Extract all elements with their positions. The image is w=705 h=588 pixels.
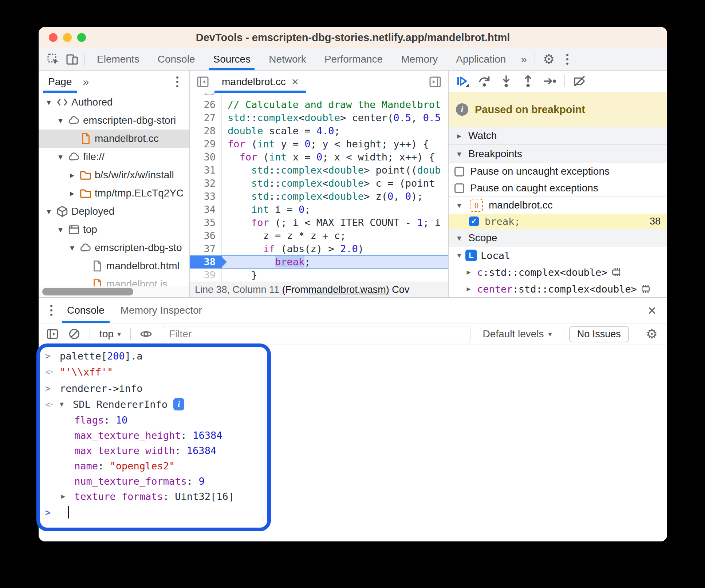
step-into-icon[interactable] [496,72,516,91]
line-number[interactable]: 38 [190,255,222,269]
line-number[interactable]: 27 [190,111,222,124]
chevron-down-icon[interactable]: ▾ [66,243,78,253]
memory-icon[interactable] [640,283,651,295]
step-over-icon[interactable] [474,72,495,91]
breakpoint-entry-row[interactable]: ✓ break; 38 [449,214,667,229]
code-line-32[interactable]: 32 std::complex<double> c = (point [190,177,448,190]
chevron-down-icon[interactable]: ▾ [60,400,73,409]
step-icon[interactable] [540,72,560,91]
line-number[interactable]: 29 [190,138,222,151]
section-scope[interactable]: ▾ Scope [449,229,667,247]
chevron-down-icon[interactable]: ▾ [55,116,66,126]
chevron-right-icon[interactable]: ▸ [463,284,474,294]
pause-caught-checkbox[interactable] [454,183,464,193]
line-number[interactable]: 34 [190,203,222,216]
line-number[interactable]: 35 [190,216,222,229]
code-line-30[interactable]: 30 for (int x = 0; x < width; x++) { [190,151,448,164]
code-line-33[interactable]: 33 std::complex<double> z(0, 0); [190,190,448,203]
tab-memory[interactable]: Memory [392,48,447,70]
main-menu-kebab-icon[interactable] [560,54,575,65]
no-issues-button[interactable]: No Issues [569,326,629,342]
clear-console-icon[interactable] [65,325,84,343]
close-drawer-icon[interactable]: × [642,303,662,318]
line-number[interactable]: 39 [190,269,222,282]
chevron-right-icon[interactable]: ▸ [61,492,74,501]
chevron-down-icon[interactable]: ▾ [43,98,55,107]
code-line-28[interactable]: 28double scale = 4.0; [190,124,448,138]
execution-context-select[interactable]: top ▾ [96,328,125,340]
console-filter-input[interactable] [163,326,470,342]
chevron-down-icon[interactable]: ▾ [55,225,66,235]
tree-item-emscripten-dbg-stori[interactable]: ▾emscripten-dbg-stori [39,111,189,130]
code-line-37[interactable]: 37 if (abs(z) > 2.0) [190,242,448,255]
close-window-button[interactable] [49,33,58,42]
chevron-right-icon[interactable]: ▸ [66,188,78,198]
code-line-26[interactable]: 26// Calculate and draw the Mandelbrot [190,98,448,111]
line-number[interactable]: 26 [190,98,222,111]
line-number[interactable]: 31 [190,164,222,177]
info-badge-icon[interactable]: i [173,398,184,410]
code-line-35[interactable]: 35 for (; i < MAX_ITER_COUNT - 1; i [190,216,448,229]
line-number[interactable]: 30 [190,151,222,164]
breakpoint-checkbox[interactable]: ✓ [469,216,479,226]
console-prompt-input[interactable]: > [39,504,667,520]
console-sidebar-icon[interactable] [43,325,62,343]
close-tab-icon[interactable]: × [292,75,299,88]
tab-sources[interactable]: Sources [204,48,260,70]
scope-local-row[interactable]: ▾ L Local [449,247,667,264]
scope-var-c[interactable]: ▸c: std::complex<double> [449,264,667,281]
line-number[interactable]: 37 [190,242,222,255]
code-line-29[interactable]: 29for (int y = 0; y < height; y++) { [190,138,448,151]
code-line-27[interactable]: 27std::complex<double> center(0.5, 0.5 [190,111,448,124]
tree-item-tmp-tmp.elctq2yc[interactable]: ▸tmp/tmp.ELcTq2YC [39,184,189,202]
tab-console[interactable]: Console [149,48,204,70]
tree-item-top[interactable]: ▾top [39,220,189,239]
tab-memory-inspector[interactable]: Memory Inspector [113,298,210,323]
breakpoint-file-row[interactable]: ▾ ⟨⟩ mandelbrot.cc [449,196,667,214]
device-toolbar-icon[interactable] [63,50,82,69]
editor-tab-mandelbrot-cc[interactable]: mandelbrot.cc × [214,71,306,93]
pause-uncaught-checkbox[interactable] [454,167,464,176]
tree-item-authored[interactable]: ▾Authored [39,93,189,111]
line-number[interactable]: 25 [190,93,222,98]
more-navigator-tabs-icon[interactable]: » [77,76,94,88]
chevron-right-icon[interactable]: ▸ [463,267,474,277]
tab-console[interactable]: Console [59,298,113,323]
chevron-right-icon[interactable]: ▸ [66,170,78,180]
step-out-icon[interactable] [518,72,538,91]
drawer-kebab-icon[interactable] [44,305,59,316]
chevron-down-icon[interactable]: ▾ [43,207,55,216]
tree-item-file-[interactable]: ▾file:// [39,148,189,166]
log-levels-select[interactable]: Default levels ▾ [478,328,557,340]
memory-icon[interactable] [610,266,622,278]
tree-item-deployed[interactable]: ▾Deployed [39,202,189,220]
tree-item-b-s-w-ir-x-w-install[interactable]: ▸b/s/w/ir/x/w/install [39,166,189,184]
code-line-38[interactable]: 38 break; [190,255,448,269]
console-input-expression[interactable]: renderer->info [60,383,143,394]
code-line-39[interactable]: 39 } [190,269,448,282]
code-line-36[interactable]: 36 z = z * z + c; [190,229,448,242]
line-number[interactable]: 33 [190,190,222,203]
navigator-kebab-icon[interactable] [170,76,185,87]
tab-elements[interactable]: Elements [88,48,149,70]
live-expression-eye-icon[interactable] [137,325,155,343]
deactivate-breakpoints-icon[interactable] [569,72,590,91]
line-number[interactable]: 32 [190,177,222,190]
scope-var-center[interactable]: ▸center: std::complex<double> [449,281,667,297]
tree-item-mandelbrot.html[interactable]: mandelbrot.html [39,257,189,275]
code-line-31[interactable]: 31 std::complex<double> point((doub [190,164,448,177]
tab-application[interactable]: Application [447,48,515,70]
resume-script-icon[interactable] [452,72,473,91]
section-watch[interactable]: ▸ Watch [449,127,667,145]
tree-item-mandelbrot.cc[interactable]: mandelbrot.cc [39,130,189,148]
line-number[interactable]: 28 [190,124,222,138]
expand-debugger-icon[interactable] [426,72,445,91]
tab-performance[interactable]: Performance [315,48,392,70]
section-breakpoints[interactable]: ▾ Breakpoints [449,145,667,163]
console-input-expression[interactable]: palette[200].a [60,350,143,362]
chevron-down-icon[interactable]: ▾ [55,152,66,162]
tab-page[interactable]: Page [43,71,77,93]
inspect-element-icon[interactable] [44,50,63,69]
settings-gear-icon[interactable]: ⚙︎ [538,52,560,67]
console-settings-gear-icon[interactable]: ⚙︎ [641,326,663,342]
